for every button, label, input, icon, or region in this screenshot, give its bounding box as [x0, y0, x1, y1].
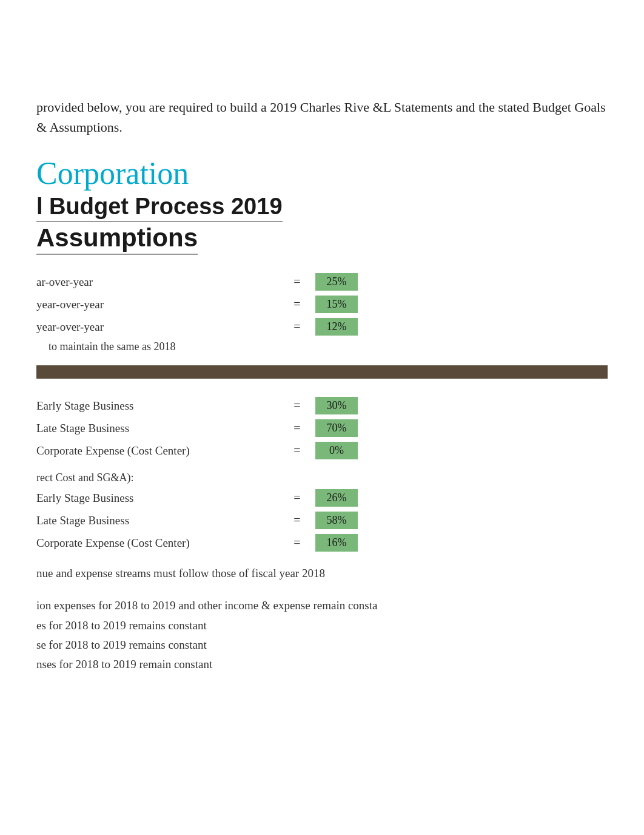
bottom-note-4: se for 2018 to 2019 remains constant — [36, 635, 608, 655]
exp-badge-3: 16% — [315, 534, 358, 552]
intro-paragraph: provided below, you are required to buil… — [36, 97, 608, 137]
rev-label-1: Early Stage Business — [36, 399, 279, 413]
rev-badge-1: 30% — [315, 397, 358, 414]
note-same-2018: to maintain the same as 2018 — [49, 340, 608, 353]
bottom-note-2: ion expenses for 2018 to 2019 and other … — [36, 596, 608, 615]
equals-2: = — [279, 297, 315, 311]
equals-1: = — [279, 275, 315, 289]
exp-label-3: Corporate Expense (Cost Center) — [36, 536, 279, 550]
assumption-row-1: ar-over-year = 25% — [36, 273, 608, 291]
assumption-label-3: year-over-year — [36, 320, 279, 334]
rev-equals-3: = — [279, 444, 315, 458]
bottom-note-1: nue and expense streams must follow thos… — [36, 564, 608, 583]
exp-equals-3: = — [279, 536, 315, 550]
exp-row-3: Corporate Expense (Cost Center) = 16% — [36, 534, 608, 552]
exp-row-2: Late Stage Business = 58% — [36, 512, 608, 529]
rev-equals-1: = — [279, 399, 315, 413]
expense-section-label: rect Cost and SG&A): — [36, 472, 608, 484]
revenue-splits-section: Early Stage Business = 30% Late Stage Bu… — [36, 397, 608, 459]
titles-block: Corporation l Budget Process 2019 Assump… — [36, 155, 608, 267]
value-badge-2: 15% — [315, 296, 358, 313]
equals-3: = — [279, 320, 315, 334]
assumption-label-1: ar-over-year — [36, 276, 279, 289]
budget-process-title: l Budget Process 2019 — [36, 194, 283, 222]
assumptions-title: Assumptions — [36, 223, 198, 255]
bottom-note-3: es for 2018 to 2019 remains constant — [36, 616, 608, 635]
rev-badge-3: 0% — [315, 442, 358, 459]
exp-label-1: Early Stage Business — [36, 492, 279, 505]
intro-text-block: provided below, you are required to buil… — [36, 97, 608, 137]
rev-label-2: Late Stage Business — [36, 422, 279, 435]
rev-equals-2: = — [279, 421, 315, 435]
rev-label-3: Corporate Expense (Cost Center) — [36, 444, 279, 458]
exp-equals-2: = — [279, 513, 315, 527]
rev-row-1: Early Stage Business = 30% — [36, 397, 608, 414]
bottom-notes-section: nue and expense streams must follow thos… — [36, 564, 608, 674]
assumption-label-2: year-over-year — [36, 298, 279, 311]
divider-bar — [36, 365, 608, 379]
assumption-row-2: year-over-year = 15% — [36, 296, 608, 313]
corporation-title: Corporation — [36, 155, 608, 191]
value-badge-1: 25% — [315, 273, 358, 291]
assumption-row-3: year-over-year = 12% — [36, 318, 608, 336]
value-badge-3: 12% — [315, 318, 358, 336]
growth-assumptions-section: ar-over-year = 25% year-over-year = 15% … — [36, 273, 608, 353]
bottom-note-5: nses for 2018 to 2019 remain constant — [36, 655, 608, 674]
exp-badge-1: 26% — [315, 489, 358, 507]
rev-row-3: Corporate Expense (Cost Center) = 0% — [36, 442, 608, 459]
exp-row-1: Early Stage Business = 26% — [36, 489, 608, 507]
rev-row-2: Late Stage Business = 70% — [36, 419, 608, 437]
rev-badge-2: 70% — [315, 419, 358, 437]
exp-equals-1: = — [279, 491, 315, 505]
exp-badge-2: 58% — [315, 512, 358, 529]
expense-splits-section: rect Cost and SG&A): Early Stage Busines… — [36, 472, 608, 552]
exp-label-2: Late Stage Business — [36, 514, 279, 527]
